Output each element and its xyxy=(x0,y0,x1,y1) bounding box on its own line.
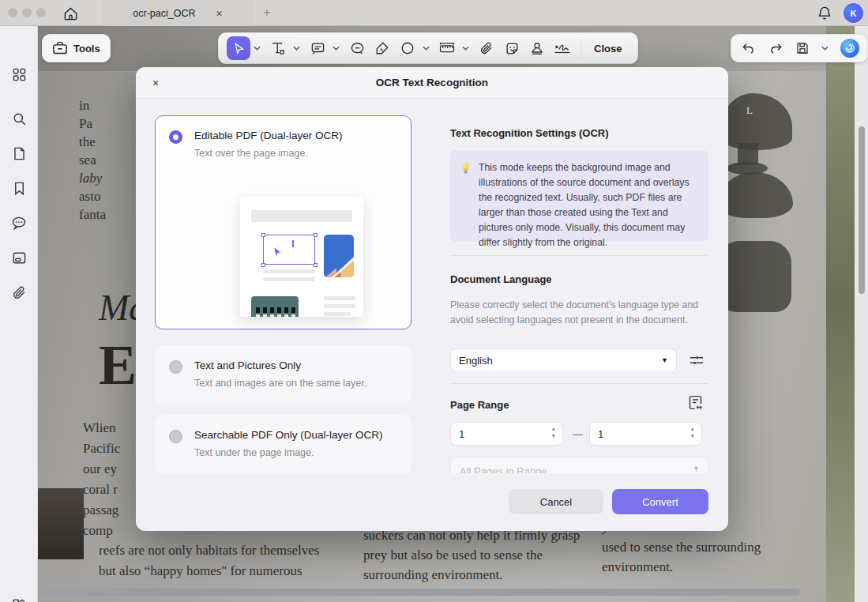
option-title: Text and Pictures Only xyxy=(194,359,301,371)
illus-text-line xyxy=(324,304,355,308)
sidebar-reading-mode-button[interactable] xyxy=(6,593,32,602)
sidebar-thumbnails-button[interactable] xyxy=(6,141,32,166)
comment-note-icon xyxy=(310,41,325,56)
bell-icon xyxy=(817,4,832,21)
doc-text-line: used to sense the surrounding xyxy=(602,537,761,558)
redo-button[interactable] xyxy=(766,36,785,60)
illus-keyboard-thumbnail xyxy=(251,296,299,317)
settings-heading: Text Recognition Settings (OCR) xyxy=(450,127,609,139)
mode-info-text: This mode keeps the background image and… xyxy=(479,162,690,248)
document-tab[interactable]: ocr-paci_OCR × xyxy=(103,0,253,26)
illus-text-line xyxy=(324,296,355,300)
radio-editable-pdf[interactable] xyxy=(169,130,182,144)
chat-delete-tool-button[interactable] xyxy=(345,36,369,60)
option-title: Editable PDF (Dual-layer OCR) xyxy=(194,130,343,141)
home-button[interactable] xyxy=(60,3,81,24)
text-tool-dropdown[interactable] xyxy=(291,36,301,60)
save-icon xyxy=(795,41,810,55)
doc-text-line: Pacific xyxy=(83,438,120,459)
range-dash: — xyxy=(573,428,583,440)
page-icon xyxy=(12,146,27,161)
save-button[interactable] xyxy=(793,36,812,60)
tab-close-icon[interactable]: × xyxy=(216,7,223,20)
convert-button[interactable]: Convert xyxy=(612,489,708,514)
doc-text-line: but also “happy homes" for numerous xyxy=(99,561,319,581)
ai-swirl-icon xyxy=(844,43,855,54)
text-tool-button[interactable] xyxy=(266,36,290,60)
stamp-tool-button[interactable] xyxy=(525,36,549,60)
shape-tool-dropdown[interactable] xyxy=(421,36,430,60)
stepper-arrows[interactable]: ▲▼ xyxy=(551,427,556,438)
ai-assistant-button[interactable] xyxy=(840,39,859,58)
sidebar-bookmarks-button[interactable] xyxy=(6,175,32,201)
stepper-arrows[interactable]: ▲▼ xyxy=(690,427,695,438)
attachment-tool-button[interactable] xyxy=(475,36,498,60)
page-range-from-input[interactable] xyxy=(459,423,542,445)
option-subtitle: Text over the page image. xyxy=(194,148,308,159)
vertical-scrollbar-thumb[interactable] xyxy=(859,126,865,294)
coral-image-3 xyxy=(719,241,791,312)
dialog-title: OCR Text Recognition xyxy=(136,77,728,88)
doc-text-line: our ey xyxy=(83,459,120,480)
comment-tool-button[interactable] xyxy=(306,36,329,60)
undo-button[interactable] xyxy=(739,36,758,60)
option-editable-pdf[interactable]: Editable PDF (Dual-layer OCR) Text over … xyxy=(155,115,411,329)
option-subtitle: Text and images are on the same layer. xyxy=(194,378,366,389)
chat-minus-icon xyxy=(350,41,365,56)
lightbulb-icon: 💡 xyxy=(460,161,472,176)
save-dropdown[interactable] xyxy=(820,36,829,60)
select-tool-dropdown[interactable] xyxy=(252,36,261,60)
toolbox-icon xyxy=(52,41,68,55)
language-select[interactable]: English ▼ xyxy=(450,348,677,372)
document-language-heading: Document Language xyxy=(450,273,552,285)
select-tool-button[interactable] xyxy=(227,36,250,60)
illus-text-line xyxy=(324,312,351,316)
window-minimize-button[interactable] xyxy=(22,8,32,17)
page-mode-select[interactable]: All Pages in Range ▼ xyxy=(450,457,708,473)
cancel-button[interactable]: Cancel xyxy=(509,489,603,514)
option-subtitle: Text under the page image. xyxy=(194,447,314,458)
notifications-button[interactable] xyxy=(817,4,832,21)
user-avatar[interactable]: K xyxy=(844,3,863,23)
doc-text-column: suckers can not only help it firmly gras… xyxy=(363,525,580,585)
sidebar-attachments-button[interactable] xyxy=(6,280,32,305)
measure-tool-button[interactable] xyxy=(435,36,459,60)
circle-shape-icon xyxy=(400,41,415,55)
custom-range-button[interactable] xyxy=(687,394,704,411)
coral-image-1 xyxy=(721,93,792,150)
sidebar-search-button[interactable] xyxy=(6,106,32,131)
highlighter-tool-button[interactable] xyxy=(370,36,394,60)
signature-tool-button[interactable] xyxy=(550,36,574,60)
horizontal-scrollbar-thumb[interactable] xyxy=(43,589,800,596)
close-annotation-toolbar-button[interactable]: Close xyxy=(581,39,629,58)
illus-photo-thumbnail xyxy=(324,235,354,277)
ocr-mode-illustration xyxy=(240,197,363,317)
doc-text-line: surrounding environment. xyxy=(363,565,580,585)
shape-circle-tool-button[interactable] xyxy=(396,36,419,60)
sidebar-comments-button[interactable] xyxy=(6,210,32,235)
doc-text-line: passag xyxy=(83,500,120,521)
option-title: Searchable PDF Only (Dual-layer OCR) xyxy=(194,429,383,441)
vertical-scrollbar-track[interactable] xyxy=(855,26,868,602)
sidebar-apps-grid-button[interactable] xyxy=(6,62,32,87)
option-searchable-pdf[interactable]: Searchable PDF Only (Dual-layer OCR) Tex… xyxy=(155,415,411,474)
bookmark-icon xyxy=(12,181,27,196)
radio-text-pictures-only[interactable] xyxy=(169,360,182,374)
radio-searchable-pdf[interactable] xyxy=(169,430,182,443)
page-range-to-input[interactable] xyxy=(598,423,681,445)
sticker-tool-button[interactable] xyxy=(500,36,524,60)
measure-tool-dropdown[interactable] xyxy=(460,36,470,60)
window-zoom-button[interactable] xyxy=(36,8,46,17)
photo-background-object xyxy=(38,488,84,559)
tools-button[interactable]: Tools xyxy=(42,34,111,62)
window-titlebar: ocr-paci_OCR × + K xyxy=(0,0,868,26)
ocr-dialog: × OCR Text Recognition Editable PDF (Dua… xyxy=(136,67,728,531)
option-text-pictures-only[interactable]: Text and Pictures Only Text and images a… xyxy=(155,345,411,404)
illus-text-line xyxy=(263,269,315,273)
doc-text-column: reefs are not only habitats for themselv… xyxy=(99,540,319,581)
sidebar-annotations-button[interactable] xyxy=(6,245,32,270)
new-tab-button[interactable]: + xyxy=(259,6,275,20)
window-close-button[interactable] xyxy=(8,8,17,17)
language-settings-button[interactable] xyxy=(689,353,705,367)
comment-tool-dropdown[interactable] xyxy=(331,36,340,60)
